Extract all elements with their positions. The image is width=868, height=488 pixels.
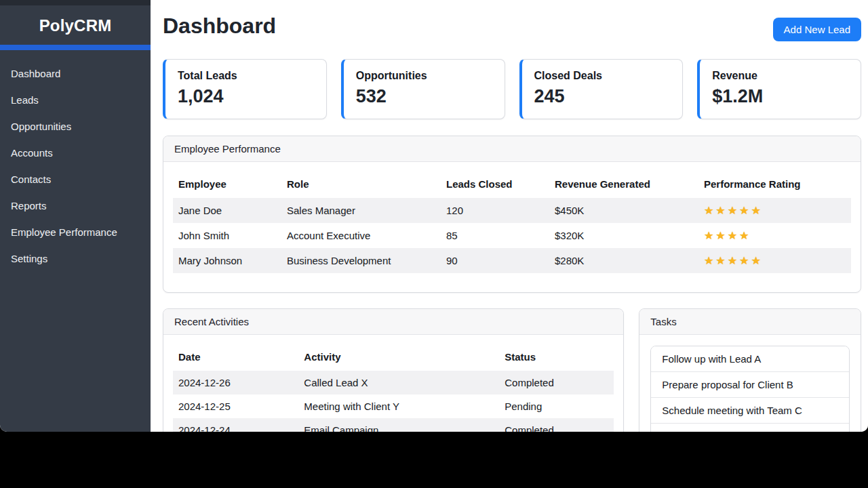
employee-performance-panel: Employee Performance Employee Role Leads… bbox=[163, 136, 861, 293]
stat-value: $1.2M bbox=[712, 86, 848, 107]
employee-performance-table-wrap: Employee Role Leads Closed Revenue Gener… bbox=[163, 162, 861, 292]
sidebar-item-contacts[interactable]: Contacts bbox=[0, 166, 151, 192]
titlebar-strip bbox=[0, 0, 151, 5]
sidebar-accent-bar bbox=[0, 45, 151, 50]
star-rating: ★★★★ bbox=[698, 223, 851, 248]
stat-card-opportunities: Opportunities 532 bbox=[341, 59, 505, 119]
column-header-performance-rating: Performance Rating bbox=[698, 173, 851, 198]
table-header-row: Employee Role Leads Closed Revenue Gener… bbox=[173, 173, 851, 198]
panel-title: Employee Performance bbox=[163, 136, 861, 162]
cell-leads-closed: 120 bbox=[441, 198, 549, 223]
panel-title: Recent Activities bbox=[163, 309, 623, 335]
add-new-lead-button[interactable]: Add New Lead bbox=[773, 18, 861, 41]
cell-activity: Called Lead X bbox=[298, 371, 499, 394]
cell-leads-closed: 90 bbox=[441, 248, 549, 273]
column-header-revenue-generated: Revenue Generated bbox=[549, 173, 698, 198]
column-header-date: Date bbox=[173, 346, 298, 371]
sidebar-item-settings[interactable]: Settings bbox=[0, 245, 151, 272]
sidebar-item-leads[interactable]: Leads bbox=[0, 87, 151, 113]
star-rating: ★★★★★ bbox=[698, 198, 851, 223]
task-item[interactable]: Follow up with Lead A bbox=[651, 346, 849, 371]
cell-date: 2024-12-26 bbox=[173, 371, 298, 394]
stat-cards: Total Leads 1,024 Opportunities 532 Clos… bbox=[163, 59, 861, 119]
sidebar-item-employee-performance[interactable]: Employee Performance bbox=[0, 219, 151, 245]
cell-revenue: $320K bbox=[549, 223, 698, 248]
panel-title: Tasks bbox=[639, 309, 861, 335]
table-row: Mary Johnson Business Development 90 $28… bbox=[173, 248, 851, 273]
cell-status: Completed bbox=[499, 418, 614, 432]
column-header-employee: Employee bbox=[173, 173, 281, 198]
cell-date: 2024-12-24 bbox=[173, 418, 298, 432]
cell-employee: Mary Johnson bbox=[173, 248, 281, 273]
bottom-row: Recent Activities Date Activity Status bbox=[163, 293, 861, 432]
column-header-activity: Activity bbox=[298, 346, 499, 371]
task-list: Follow up with Lead A Prepare proposal f… bbox=[650, 346, 850, 432]
cell-employee: John Smith bbox=[173, 223, 281, 248]
cell-status: Pending bbox=[499, 394, 614, 418]
cell-revenue: $280K bbox=[549, 248, 698, 273]
sidebar-nav: Dashboard Leads Opportunities Accounts C… bbox=[0, 60, 151, 272]
stat-label: Total Leads bbox=[178, 70, 314, 82]
stat-value: 532 bbox=[356, 86, 492, 107]
stat-label: Revenue bbox=[712, 70, 848, 82]
stat-card-total-leads: Total Leads 1,024 bbox=[163, 59, 327, 119]
sidebar-item-dashboard[interactable]: Dashboard bbox=[0, 60, 151, 87]
task-item[interactable]: Review feedback on Project D bbox=[651, 423, 849, 432]
cell-role: Account Executive bbox=[281, 223, 441, 248]
sidebar-item-reports[interactable]: Reports bbox=[0, 192, 151, 219]
page-title: Dashboard bbox=[163, 12, 276, 39]
cell-revenue: $450K bbox=[549, 198, 698, 223]
table-header-row: Date Activity Status bbox=[173, 346, 614, 371]
cell-activity: Email Campaign bbox=[298, 418, 499, 432]
cell-employee: Jane Doe bbox=[173, 198, 281, 223]
cell-date: 2024-12-25 bbox=[173, 394, 298, 418]
column-header-leads-closed: Leads Closed bbox=[441, 173, 549, 198]
stat-label: Closed Deals bbox=[534, 70, 671, 82]
sidebar: PolyCRM Dashboard Leads Opportunities Ac… bbox=[0, 0, 151, 432]
cell-activity: Meeting with Client Y bbox=[298, 394, 499, 418]
stat-card-revenue: Revenue $1.2M bbox=[697, 59, 861, 119]
table-row: 2024-12-24 Email Campaign Completed bbox=[173, 418, 614, 432]
cell-leads-closed: 85 bbox=[441, 223, 549, 248]
table-row: 2024-12-26 Called Lead X Completed bbox=[173, 371, 614, 394]
task-item[interactable]: Prepare proposal for Client B bbox=[651, 371, 849, 397]
table-row: John Smith Account Executive 85 $320K ★★… bbox=[173, 223, 851, 248]
sidebar-item-opportunities[interactable]: Opportunities bbox=[0, 113, 151, 140]
recent-activities-table-wrap: Date Activity Status 2024-12-26 Called L… bbox=[163, 335, 623, 432]
table-row: Jane Doe Sales Manager 120 $450K ★★★★★ bbox=[173, 198, 851, 223]
column-header-status: Status bbox=[499, 346, 614, 371]
stat-value: 1,024 bbox=[178, 86, 314, 107]
cell-status: Completed bbox=[499, 371, 614, 394]
star-rating: ★★★★★ bbox=[698, 248, 851, 273]
employee-performance-table: Employee Role Leads Closed Revenue Gener… bbox=[173, 173, 851, 273]
app-window: PolyCRM Dashboard Leads Opportunities Ac… bbox=[0, 0, 868, 432]
stat-value: 245 bbox=[534, 86, 671, 107]
cell-role: Business Development bbox=[281, 248, 441, 273]
page-header: Dashboard Add New Lead bbox=[163, 12, 861, 41]
main-content: Dashboard Add New Lead Total Leads 1,024… bbox=[151, 0, 868, 432]
app-logo: PolyCRM bbox=[0, 5, 151, 45]
stat-label: Opportunities bbox=[356, 70, 492, 82]
recent-activities-table: Date Activity Status 2024-12-26 Called L… bbox=[173, 346, 614, 432]
recent-activities-panel: Recent Activities Date Activity Status bbox=[163, 308, 624, 432]
cell-role: Sales Manager bbox=[281, 198, 441, 223]
task-item[interactable]: Schedule meeting with Team C bbox=[651, 397, 849, 423]
stat-card-closed-deals: Closed Deals 245 bbox=[519, 59, 684, 119]
column-header-role: Role bbox=[281, 173, 441, 198]
table-row: 2024-12-25 Meeting with Client Y Pending bbox=[173, 394, 614, 418]
tasks-list-wrap: Follow up with Lead A Prepare proposal f… bbox=[639, 335, 861, 432]
sidebar-item-accounts[interactable]: Accounts bbox=[0, 140, 151, 166]
tasks-panel: Tasks Follow up with Lead A Prepare prop… bbox=[639, 308, 861, 432]
